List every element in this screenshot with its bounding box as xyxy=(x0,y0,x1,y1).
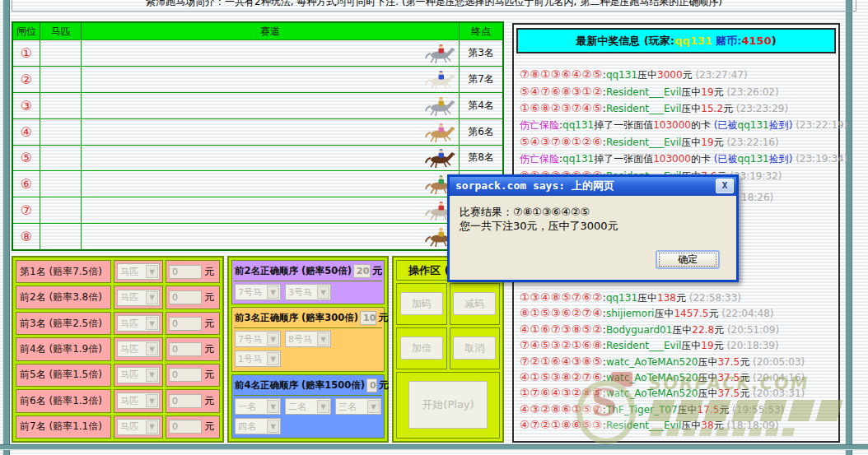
order-select-row: 一名 ▼ 二名 ▼ 三名 ▼ xyxy=(235,398,381,415)
reduce-bet-button[interactable]: 减码 xyxy=(453,292,496,315)
gate-cell: ⑧ xyxy=(13,224,40,249)
select-value: 四名 xyxy=(238,420,267,433)
chevron-down-icon: ▼ xyxy=(267,286,279,299)
order-select-row: 四名 ▼ xyxy=(235,418,381,434)
horse-icon xyxy=(423,44,456,64)
bet-rank-row: 前3名 (赔率2.5倍) 马匹 ▼0元 xyxy=(16,312,220,335)
horse-select[interactable]: 二名 ▼ xyxy=(285,398,331,415)
amount-input[interactable]: 0 xyxy=(169,368,202,382)
ok-button[interactable]: 确定 xyxy=(656,250,720,269)
amount-input[interactable]: 0 xyxy=(169,394,202,408)
dialog-title-bar[interactable]: sorpack.com says: 上的网页 X xyxy=(450,177,736,196)
bet-rank-label: 前5名 (赔率1.5倍) xyxy=(16,364,111,387)
select-value: 马匹 xyxy=(120,420,146,433)
horse-select[interactable]: 马匹 ▼ xyxy=(117,392,160,409)
start-play-button[interactable]: 开始(Play) xyxy=(408,381,488,429)
bet-rank-select-cell: 马匹 ▼ xyxy=(114,389,163,412)
horse-select[interactable]: 四名 ▼ xyxy=(235,418,281,434)
select-value: 马匹 xyxy=(120,266,146,278)
ops-row-2: 加倍 取消 xyxy=(396,327,500,369)
select-value: 三名 xyxy=(338,401,367,413)
horse-name-cell xyxy=(40,197,82,223)
unit-label: 元 xyxy=(204,394,214,408)
race-table-row: ① 第3名 xyxy=(13,39,502,66)
amount-input[interactable]: 0 xyxy=(169,420,202,434)
chevron-down-icon: ▼ xyxy=(317,400,329,413)
amount-input[interactable]: 0 xyxy=(169,265,202,279)
horse-name-cell xyxy=(40,224,82,249)
horse-name-cell xyxy=(40,67,82,92)
bet-rank-amount-cell: 0元 xyxy=(166,312,220,335)
bet-rank-select-cell: 马匹 ▼ xyxy=(114,364,163,387)
unit-label: 元 xyxy=(204,290,214,304)
frame-strip-bottom xyxy=(0,444,868,450)
header-finish: 终点 xyxy=(460,23,502,39)
bet-rank-label: 前7名 (赔率1.1倍) xyxy=(16,416,111,439)
frame-strip-right xyxy=(845,0,852,455)
select-value: 马匹 xyxy=(120,369,146,381)
select-value: 7号马 xyxy=(238,286,267,299)
gate-number: ⑤ xyxy=(21,150,32,165)
select-value: 马匹 xyxy=(120,343,146,355)
gate-number: ⑧ xyxy=(21,229,32,244)
horse-select[interactable]: 1号马 ▼ xyxy=(235,351,281,367)
horse-select[interactable]: 马匹 ▼ xyxy=(117,263,160,280)
track-cell xyxy=(82,146,460,171)
horse-select[interactable]: 一名 ▼ xyxy=(235,398,281,415)
winner-messages-top: ⑦⑧①③⑥④②⑤:qq131压中3000元 (23:27:47)⑤④⑦⑥⑧③①②… xyxy=(520,66,836,184)
winners-panel-title: 最新中奖信息 (玩家:qq131 赌币:4150) xyxy=(516,28,836,53)
race-table-row: ③ 第4名 xyxy=(13,92,502,118)
winners-title-suffix: ) xyxy=(772,35,777,47)
ops-row-3: 开始(Play) xyxy=(396,372,500,439)
horse-select[interactable]: 马匹 ▼ xyxy=(117,341,160,357)
horse-select[interactable]: 8号马 ▼ xyxy=(285,331,331,347)
bet-rank-label: 第1名 (赔率7.5倍) xyxy=(16,260,111,283)
bet-rank-select-cell: 马匹 ▼ xyxy=(114,286,163,309)
horse-name-cell xyxy=(40,119,82,145)
horse-select[interactable]: 马匹 ▼ xyxy=(117,367,160,383)
track-cell xyxy=(82,40,460,66)
race-table-row: ② 第7名 xyxy=(13,66,502,92)
header-track: 赛道 xyxy=(82,23,460,39)
result-dialog: sorpack.com says: 上的网页 X 比赛结果：⑦⑧①③⑥④②⑤ 您… xyxy=(447,174,739,282)
amount-input[interactable]: 0 xyxy=(366,378,377,392)
winner-message: ④③②⑧⑥①⑤⑦:ThF_Tiger_T07压中17.5元 (19:55:53) xyxy=(520,402,836,417)
amount-input[interactable]: 0 xyxy=(169,290,202,304)
horse-select[interactable]: 马匹 ▼ xyxy=(117,315,160,332)
finish-rank: 第7名 xyxy=(460,67,502,92)
select-value: 一名 xyxy=(238,401,267,413)
horse-select[interactable]: 7号马 ▼ xyxy=(235,284,281,300)
dialog-winnings-line: 您一共下注30元，压中了3000元 xyxy=(460,219,726,233)
horse-name-cell xyxy=(40,93,82,118)
horse-select[interactable]: 7号马 ▼ xyxy=(235,331,281,347)
header-horse: 马匹 xyxy=(40,23,82,39)
operations-panel: 操作区 ( 加码 减码 加倍 取消 开始(Play) xyxy=(392,256,504,443)
amount-input[interactable]: 0 xyxy=(169,342,202,356)
amount-input[interactable]: 20 xyxy=(353,264,371,278)
bet-rank-panel: 第1名 (赔率7.5倍) 马匹 ▼0元前2名 (赔率3.8倍) 马匹 ▼0元前3… xyxy=(12,256,224,443)
player-name: qq131 xyxy=(674,35,712,47)
order-title-text: 前2名正确顺序 (赔率50倍) xyxy=(235,265,352,277)
amount-input[interactable]: 10 xyxy=(360,311,376,325)
gate-number: ③ xyxy=(21,98,32,114)
bet-order-title: 前4名正确顺序 (赔率1500倍)0元 xyxy=(234,377,382,396)
winner-message: ①⑥⑧②③⑦④⑤:Resident___Evil压中15.2元 (23:23:2… xyxy=(520,100,836,117)
double-bet-button[interactable]: 加倍 xyxy=(400,337,443,360)
add-bet-button[interactable]: 加码 xyxy=(400,292,443,315)
winner-message: ⑦②①⑥④③⑧⑤:watc_AoTeMAn520压中37.5元 (20:05:0… xyxy=(520,354,836,369)
close-icon[interactable]: X xyxy=(716,179,734,193)
cancel-bet-button[interactable]: 取消 xyxy=(453,337,496,360)
winner-message: ①⑦⑥④③②⑧⑤:watc_AoTeMAn520压中37.5元 (20:03:3… xyxy=(520,385,836,401)
gate-number: ② xyxy=(21,72,32,87)
chevron-down-icon: ▼ xyxy=(267,420,279,433)
horse-select[interactable]: 三名 ▼ xyxy=(335,398,381,415)
page: { "intro": "紫沛跑马场简介：一共有2种玩法, 每种方式均可同时下注.… xyxy=(0,0,868,455)
amount-input[interactable]: 0 xyxy=(169,317,202,331)
bet-rank-select-cell: 马匹 ▼ xyxy=(114,416,163,439)
horse-select[interactable]: 3号马 ▼ xyxy=(285,284,331,300)
horse-select[interactable]: 马匹 ▼ xyxy=(117,419,160,435)
select-value: 3号马 xyxy=(288,286,317,299)
winner-message: ⑤④③⑦⑧①②⑥:Resident___Evil压中19元 (23:22:16) xyxy=(520,133,836,151)
horse-select[interactable]: 马匹 ▼ xyxy=(117,290,160,306)
unit-label: 元 xyxy=(372,264,382,278)
